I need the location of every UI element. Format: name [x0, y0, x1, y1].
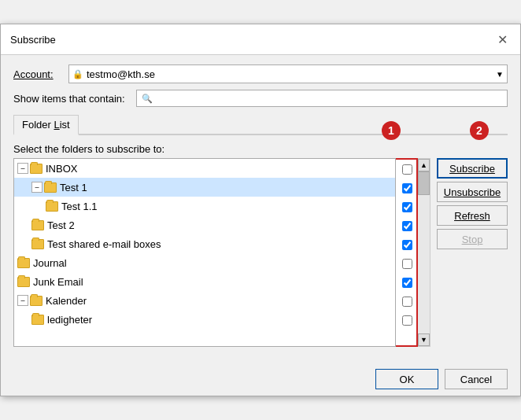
badge-1: 1 — [382, 121, 401, 140]
checkbox-test2[interactable] — [396, 216, 418, 235]
badge-2-container: 2 — [470, 121, 489, 140]
close-icon: ✕ — [497, 32, 508, 47]
checkbox-input-test2[interactable] — [402, 221, 412, 231]
folder-icon-test1 — [44, 182, 57, 193]
section-label: Select the folders to subscribe to: — [13, 143, 164, 155]
title-bar: Subscribe ✕ — [1, 24, 520, 55]
checkbox-inbox[interactable] — [396, 160, 418, 179]
checkbox-input-ledigheter[interactable] — [402, 315, 412, 326]
folder-icon-shared — [31, 239, 44, 249]
lock-icon: 🔒 — [72, 69, 83, 79]
folder-icon-ledigheter — [31, 315, 44, 325]
scroll-track — [418, 171, 430, 333]
checkbox-input-shared[interactable] — [402, 240, 412, 250]
folder-name-junk: Junk Email — [33, 276, 83, 288]
folder-row-inbox[interactable]: – INBOX — [14, 159, 395, 178]
tab-folder-list[interactable]: Folder List — [13, 115, 79, 135]
checkbox-input-test11[interactable] — [402, 202, 412, 212]
account-value: testmo@kth.se — [87, 68, 155, 80]
checkbox-input-journal[interactable] — [402, 259, 412, 269]
checkbox-shared[interactable] — [396, 235, 418, 254]
checkbox-column — [396, 158, 418, 347]
folder-name-ledigheter: ledigheter — [47, 314, 92, 326]
expand-inbox[interactable]: – — [17, 163, 28, 174]
close-button[interactable]: ✕ — [493, 31, 511, 48]
search-icon: 🔍 — [142, 94, 153, 104]
folder-row-test2[interactable]: Test 2 — [14, 216, 395, 234]
expand-test1[interactable]: – — [31, 182, 42, 193]
checkbox-input-kalender[interactable] — [402, 297, 412, 307]
account-row: Account: 🔒 testmo@kth.se ▼ — [13, 64, 508, 83]
folder-icon-test2 — [31, 220, 44, 230]
checkbox-input-junk[interactable] — [402, 278, 412, 288]
cancel-button[interactable]: Cancel — [445, 369, 508, 389]
folder-name-test1: Test 1 — [60, 182, 87, 193]
dialog-title: Subscribe — [10, 34, 56, 46]
account-dropdown[interactable]: 🔒 testmo@kth.se ▼ — [68, 64, 508, 83]
folder-icon-test11 — [46, 201, 58, 212]
dialog-body: Account: 🔒 testmo@kth.se ▼ Show items th… — [1, 55, 520, 359]
title-bar-left: Subscribe — [10, 34, 56, 46]
stop-button[interactable]: Stop — [437, 229, 508, 249]
folder-row-test11[interactable]: Test 1.1 — [14, 197, 395, 216]
subscribe-dialog: Subscribe ✕ Account: 🔒 testmo@kth.se ▼ S… — [0, 24, 521, 396]
search-row: Show items that contain: 🔍 — [13, 90, 508, 107]
right-buttons: Subscribe Unsubscribe Refresh Stop — [437, 158, 508, 347]
scroll-down-button[interactable]: ▼ — [418, 333, 430, 346]
search-field[interactable]: 🔍 — [136, 90, 508, 107]
folder-name-journal: Journal — [33, 257, 67, 269]
checkbox-journal[interactable] — [396, 254, 418, 273]
folder-icon-junk — [17, 277, 30, 287]
folder-row-test1[interactable]: – Test 1 — [14, 178, 395, 197]
refresh-button[interactable]: Refresh — [437, 205, 508, 226]
folder-row-journal[interactable]: Journal — [14, 253, 395, 272]
badge-2: 2 — [470, 121, 489, 140]
folder-name-test2: Test 2 — [47, 219, 75, 231]
ok-button[interactable]: OK — [375, 369, 438, 389]
scroll-thumb[interactable] — [418, 171, 430, 195]
checkbox-kalender[interactable] — [396, 292, 418, 311]
checkbox-test1[interactable] — [396, 179, 418, 197]
checkbox-input-test1[interactable] — [402, 183, 412, 193]
folder-icon-journal — [17, 258, 30, 268]
bottom-bar: OK Cancel — [1, 359, 520, 396]
scrollbar[interactable]: ▲ ▼ — [418, 158, 430, 347]
folder-name-inbox: INBOX — [46, 163, 77, 175]
checkbox-junk[interactable] — [396, 273, 418, 292]
scroll-up-button[interactable]: ▲ — [418, 159, 430, 171]
main-area: – INBOX – Test 1 — [13, 158, 508, 347]
folder-tree[interactable]: – INBOX – Test 1 — [13, 158, 396, 347]
folder-row-ledigheter[interactable]: ledigheter — [14, 310, 395, 329]
account-label: Account: — [13, 68, 68, 80]
checkbox-test11[interactable] — [396, 197, 418, 216]
tab-bar: Folder List — [13, 115, 508, 135]
search-label: Show items that contain: — [13, 93, 131, 105]
folder-row-junk[interactable]: Junk Email — [14, 272, 395, 291]
folder-list-container: – INBOX – Test 1 — [13, 158, 430, 347]
subscribe-button[interactable]: Subscribe — [437, 158, 508, 179]
folder-name-shared: Test shared e-mail boxes — [47, 238, 161, 250]
dropdown-arrow-icon: ▼ — [496, 70, 504, 79]
folder-section: – INBOX – Test 1 — [13, 158, 430, 347]
unsubscribe-button[interactable]: Unsubscribe — [437, 182, 508, 202]
folder-name-kalender: Kalender — [46, 295, 87, 307]
folder-name-test11: Test 1.1 — [61, 201, 98, 212]
folder-icon-inbox — [30, 164, 42, 174]
checkbox-ledigheter[interactable] — [396, 311, 418, 330]
folder-row-kalender[interactable]: – Kalender — [14, 291, 395, 310]
badge-1-container: 1 — [382, 121, 401, 140]
checkbox-input-inbox[interactable] — [402, 164, 412, 175]
folder-row-shared[interactable]: Test shared e-mail boxes — [14, 234, 395, 253]
expand-kalender[interactable]: – — [17, 295, 28, 306]
folder-icon-kalender — [30, 296, 42, 306]
